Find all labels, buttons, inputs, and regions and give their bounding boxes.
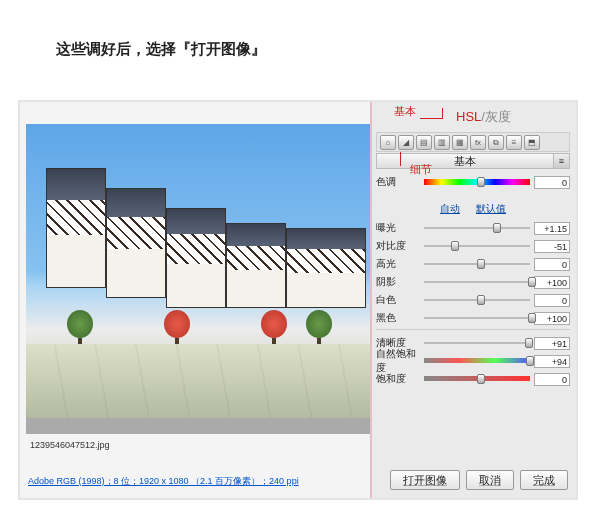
preview-filename: 1239546047512.jpg (30, 440, 110, 450)
slider-value[interactable]: +100 (534, 276, 570, 289)
slider-row-2: 对比度-51 (376, 237, 570, 255)
slider-track[interactable] (424, 239, 530, 253)
slider-row-8: 自然饱和度+94 (376, 352, 570, 370)
slider-label: 自然饱和度 (376, 347, 424, 375)
slider-value[interactable]: 0 (534, 258, 570, 271)
tab-split-icon[interactable]: ▦ (452, 135, 468, 150)
done-button[interactable]: 完成 (520, 470, 568, 490)
slider-track[interactable] (424, 336, 530, 350)
slider-value[interactable]: +91 (534, 337, 570, 350)
slider-value[interactable]: 0 (534, 294, 570, 307)
slider-track[interactable] (424, 311, 530, 325)
slider-label: 黑色 (376, 311, 424, 325)
tab-presets-icon[interactable]: ≡ (506, 135, 522, 150)
tab-detail-icon[interactable]: ▤ (416, 135, 432, 150)
preview-pane[interactable] (26, 124, 370, 434)
slider-value[interactable]: 0 (534, 373, 570, 386)
tab-fx-icon[interactable]: fx (470, 135, 486, 150)
slider-label: 饱和度 (376, 372, 424, 386)
slider-row-5: 白色0 (376, 291, 570, 309)
panel-menu-icon[interactable]: ≡ (553, 154, 569, 168)
slider-label: 曝光 (376, 221, 424, 235)
slider-value[interactable]: +94 (534, 355, 570, 368)
dialog-buttons: 打开图像 取消 完成 (390, 470, 568, 490)
cancel-button[interactable]: 取消 (466, 470, 514, 490)
tab-curve-icon[interactable]: ◢ (398, 135, 414, 150)
slider-value[interactable]: +100 (534, 312, 570, 325)
slider-label: 阴影 (376, 275, 424, 289)
adjustments-panel: 基本 HSL/灰度 细节 ⌂ ◢ ▤ ▥ ▦ fx ⧉ ≡ ⬒ 基本 ≡ 色调0… (370, 102, 576, 498)
slider-track[interactable] (424, 275, 530, 289)
slider-value[interactable]: +1.15 (534, 222, 570, 235)
slider-value[interactable]: -51 (534, 240, 570, 253)
slider-track[interactable] (424, 175, 530, 189)
slider-row-0: 色调0 (376, 173, 570, 191)
annotation-basic: 基本 (394, 104, 439, 119)
tab-lens-icon[interactable]: ⧉ (488, 135, 504, 150)
page-caption: 这些调好后，选择『打开图像』 (56, 40, 266, 59)
slider-row-6: 黑色+100 (376, 309, 570, 327)
slider-row-1: 曝光+1.15 (376, 219, 570, 237)
default-link[interactable]: 默认值 (476, 202, 506, 216)
auto-link[interactable]: 自动 (440, 202, 460, 216)
slider-row-9: 饱和度0 (376, 370, 570, 388)
slider-label: 对比度 (376, 239, 424, 253)
slider-row-4: 阴影+100 (376, 273, 570, 291)
panel-tab-icons: ⌂ ◢ ▤ ▥ ▦ fx ⧉ ≡ ⬒ (376, 132, 570, 152)
panel-title: 基本 ≡ (376, 153, 570, 169)
slider-row-3: 高光0 (376, 255, 570, 273)
slider-track[interactable] (424, 372, 530, 386)
slider-track[interactable] (424, 354, 530, 368)
annotation-hsl: HSL/灰度 (456, 108, 511, 126)
slider-track[interactable] (424, 221, 530, 235)
filmstrip (26, 418, 370, 434)
camera-raw-dialog: 1239546047512.jpg Adobe RGB (1998)；8 位；1… (18, 100, 578, 500)
slider-label: 高光 (376, 257, 424, 271)
tab-hsl-icon[interactable]: ▥ (434, 135, 450, 150)
photo-preview (26, 124, 370, 418)
profile-link[interactable]: Adobe RGB (1998)；8 位；1920 x 1080 （2.1 百万… (28, 475, 299, 488)
tab-snap-icon[interactable]: ⬒ (524, 135, 540, 150)
slider-label: 色调 (376, 175, 424, 189)
slider-value[interactable]: 0 (534, 176, 570, 189)
open-image-button[interactable]: 打开图像 (390, 470, 460, 490)
slider-label: 白色 (376, 293, 424, 307)
tab-basic-icon[interactable]: ⌂ (380, 135, 396, 150)
slider-track[interactable] (424, 293, 530, 307)
slider-track[interactable] (424, 257, 530, 271)
